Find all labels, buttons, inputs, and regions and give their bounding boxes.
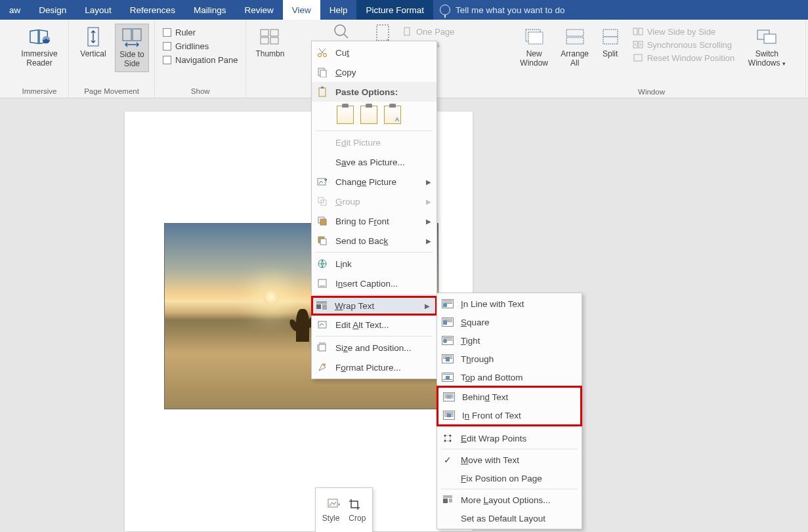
checkbox-icon bbox=[163, 56, 171, 64]
submenu-arrow-icon: ▶ bbox=[426, 198, 431, 205]
tab-design[interactable]: Design bbox=[30, 0, 75, 20]
paste-options-row: A bbox=[312, 102, 436, 129]
tab-review[interactable]: Review bbox=[235, 0, 282, 20]
ruler-checkbox[interactable]: Ruler bbox=[163, 28, 238, 37]
wrap-set-default[interactable]: Set as Default Layout bbox=[437, 509, 582, 527]
switch-windows-button[interactable]: Switch Windows ▾ bbox=[745, 24, 788, 71]
svg-point-31 bbox=[324, 54, 327, 57]
lightbulb-icon bbox=[440, 5, 450, 15]
svg-rect-42 bbox=[320, 239, 326, 245]
wrap-more-layout[interactable]: More Layout Options... bbox=[437, 491, 582, 509]
caption-icon bbox=[316, 277, 329, 290]
paste-option-3[interactable]: A bbox=[384, 106, 401, 124]
immersive-reader-button[interactable]: Immersive Reader bbox=[16, 24, 63, 71]
arrange-all-button[interactable]: Arrange All bbox=[557, 24, 593, 71]
submenu-arrow-icon: ▶ bbox=[425, 302, 430, 310]
vertical-icon bbox=[83, 26, 104, 47]
wrap-inline[interactable]: In Line with Text bbox=[437, 295, 582, 313]
wrap-fix-position[interactable]: Fix Position on Page bbox=[437, 469, 582, 487]
crop-button[interactable] bbox=[348, 498, 361, 511]
svg-rect-34 bbox=[319, 88, 326, 96]
wrap-front-icon bbox=[442, 409, 456, 422]
tell-me-search[interactable]: Tell me what you want to do bbox=[433, 0, 572, 20]
more-layout-icon bbox=[441, 493, 454, 506]
svg-rect-61 bbox=[443, 499, 448, 503]
wrap-move-with-text[interactable]: ✓Move with Text bbox=[437, 451, 582, 469]
menu-edit-picture: Edit Picture bbox=[312, 133, 436, 152]
tab-mailings[interactable]: Mailings bbox=[184, 0, 236, 20]
synchronous-scrolling-button: Synchronous Scrolling bbox=[633, 39, 735, 50]
paste-option-2[interactable] bbox=[360, 106, 377, 124]
side-to-side-label: Side to Side bbox=[117, 51, 147, 69]
menu-link[interactable]: Link bbox=[312, 254, 436, 274]
submenu-arrow-icon: ▶ bbox=[426, 218, 431, 225]
clipboard-icon bbox=[316, 85, 329, 98]
new-window-icon bbox=[524, 26, 545, 47]
new-window-button[interactable]: New Window bbox=[515, 24, 554, 71]
group-page-movement: Vertical Side to Side Page Movement bbox=[69, 20, 155, 98]
svg-point-58 bbox=[450, 435, 452, 437]
wrap-tight[interactable]: Tight bbox=[437, 331, 582, 350]
wrap-through[interactable]: Through bbox=[437, 350, 582, 368]
svg-rect-7 bbox=[270, 37, 278, 44]
tab-view[interactable]: View bbox=[283, 0, 320, 20]
menu-wrap-text[interactable]: Wrap Text▶ bbox=[311, 296, 437, 316]
wrap-square[interactable]: Square bbox=[437, 313, 582, 331]
menu-cut[interactable]: Cut bbox=[312, 43, 436, 62]
wrap-square-icon bbox=[441, 316, 454, 329]
menu-insert-caption[interactable]: Insert Caption... bbox=[312, 274, 436, 293]
wrap-behind-text[interactable]: Behind Text bbox=[438, 388, 580, 406]
show-group-label: Show bbox=[191, 85, 210, 98]
wrap-behind-icon bbox=[442, 390, 456, 403]
svg-point-60 bbox=[450, 440, 452, 442]
submenu-arrow-icon: ▶ bbox=[426, 178, 431, 186]
side-to-side-icon bbox=[121, 27, 142, 48]
menu-change-picture[interactable]: Change Picture▶ bbox=[312, 172, 436, 192]
menu-save-as-picture[interactable]: Save as Picture... bbox=[312, 152, 436, 172]
style-label: Style bbox=[322, 514, 340, 523]
tab-picture-format[interactable]: Picture Format bbox=[356, 0, 433, 20]
switch-windows-icon bbox=[756, 26, 777, 47]
gridlines-checkbox[interactable]: Gridlines bbox=[163, 41, 238, 51]
svg-point-8 bbox=[335, 25, 345, 35]
wrap-tight-icon bbox=[441, 334, 454, 347]
menu-edit-alt-text[interactable]: Edit Alt Text... bbox=[312, 315, 436, 335]
menu-bring-to-front[interactable]: Bring to Front▶ bbox=[312, 211, 436, 231]
wrap-text-icon bbox=[315, 299, 328, 312]
group-show: Ruler Gridlines Navigation Pane Show bbox=[155, 20, 246, 98]
immersive-group-label: Immersive bbox=[22, 85, 56, 98]
group-immersive: Immersive Reader Immersive bbox=[0, 20, 69, 98]
tab-help[interactable]: Help bbox=[320, 0, 357, 20]
wrap-edit-points[interactable]: Edit Wrap Points bbox=[437, 429, 582, 447]
highlighted-wrap-options: Behind Text In Front of Text bbox=[436, 386, 582, 426]
wrap-top-bottom[interactable]: Top and Bottom bbox=[437, 368, 582, 386]
split-button[interactable]: Split bbox=[596, 24, 625, 62]
group-icon bbox=[316, 195, 329, 208]
svg-point-55 bbox=[323, 363, 326, 366]
style-button[interactable] bbox=[327, 498, 341, 511]
picture-mini-toolbar: Style Crop bbox=[315, 487, 373, 532]
tab-references[interactable]: References bbox=[121, 0, 184, 20]
wrap-through-icon bbox=[441, 352, 454, 365]
tab-layout[interactable]: Layout bbox=[75, 0, 121, 20]
paste-option-1[interactable] bbox=[337, 106, 354, 124]
menu-send-to-back[interactable]: Send to Back▶ bbox=[312, 231, 436, 251]
group-zoom-partial: Thumbn bbox=[246, 20, 293, 98]
menu-copy[interactable]: Copy bbox=[312, 62, 436, 82]
svg-rect-4 bbox=[261, 30, 268, 36]
svg-rect-14 bbox=[566, 37, 584, 44]
thumbnails-button[interactable]: Thumbn bbox=[251, 24, 288, 62]
style-icon bbox=[327, 498, 341, 511]
vertical-button[interactable]: Vertical bbox=[74, 24, 112, 62]
size-position-icon bbox=[316, 341, 329, 354]
side-to-side-button[interactable]: Side to Side bbox=[115, 24, 149, 72]
menu-size-position[interactable]: Size and Position... bbox=[312, 338, 436, 358]
menu-format-picture[interactable]: Format Picture... bbox=[312, 358, 436, 377]
wrap-in-front[interactable]: In Front of Text bbox=[438, 406, 580, 424]
svg-rect-46 bbox=[316, 304, 321, 309]
tab-draw[interactable]: aw bbox=[0, 0, 30, 20]
svg-rect-56 bbox=[445, 436, 450, 441]
svg-rect-54 bbox=[319, 344, 326, 351]
navigation-pane-checkbox[interactable]: Navigation Pane bbox=[163, 55, 238, 65]
context-menu: Cut Copy Paste Options: A Edit Picture S… bbox=[311, 41, 437, 379]
